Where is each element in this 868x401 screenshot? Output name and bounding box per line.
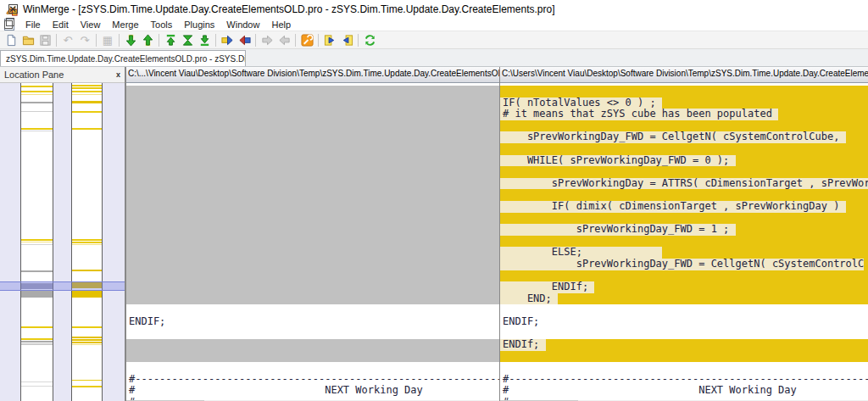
location-bar-right-file[interactable] <box>71 83 103 401</box>
code-line[interactable] <box>126 293 499 305</box>
menu-plugins[interactable]: Plugins <box>178 19 220 31</box>
code-line[interactable] <box>500 351 868 363</box>
code-line[interactable] <box>126 97 499 109</box>
code-line[interactable]: #---------------------------------------… <box>500 374 868 386</box>
code-line[interactable]: ENDIF; <box>500 316 868 328</box>
menu-edit[interactable]: Edit <box>47 19 75 31</box>
code-line[interactable]: sPrevWorkingDay_FWD = CellgetN( cSystemC… <box>500 131 868 143</box>
code-line[interactable]: #---------------------------------------… <box>126 374 499 386</box>
menu-view[interactable]: View <box>75 19 107 31</box>
last-difference-button[interactable] <box>196 32 213 47</box>
menu-tools[interactable]: Tools <box>145 19 179 31</box>
code-line[interactable] <box>126 304 499 316</box>
code-line[interactable] <box>126 259 499 270</box>
left-file-path-header[interactable]: C:\...\Vincent Viau\Desktop\Software Div… <box>126 67 499 83</box>
code-line[interactable] <box>500 236 868 248</box>
left-code-editor[interactable]: ENDIF;#---------------------------------… <box>126 83 499 401</box>
close-button[interactable]: ✕ <box>0 0 25 18</box>
copy-right-advance-button[interactable] <box>259 32 275 47</box>
code-line[interactable] <box>126 327 499 339</box>
copy-left-button[interactable] <box>236 32 253 47</box>
code-line[interactable] <box>126 213 499 225</box>
code-line[interactable]: sPrevWorkingDay = ATTRS( cDimensionTarge… <box>500 178 868 190</box>
code-line[interactable] <box>500 143 868 155</box>
save-button[interactable] <box>36 32 53 47</box>
code-line[interactable]: ENDIF; <box>126 316 499 328</box>
menu-window[interactable]: Window <box>220 19 265 31</box>
all-right-button[interactable] <box>321 32 338 47</box>
first-difference-button[interactable] <box>162 32 179 47</box>
code-line[interactable] <box>126 351 499 363</box>
code-line[interactable] <box>126 143 499 155</box>
code-line[interactable] <box>126 166 499 178</box>
code-line[interactable] <box>126 270 499 282</box>
code-line[interactable] <box>500 166 868 178</box>
right-file-path-header[interactable]: C:\Users\Vincent Viau\Desktop\Software D… <box>500 67 868 83</box>
diff-mark <box>21 91 53 92</box>
code-line[interactable] <box>126 224 499 236</box>
code-line[interactable]: sPrevWorkingDay_FWD = 1 ; <box>500 224 868 236</box>
code-line[interactable] <box>126 201 499 213</box>
open-folder-button[interactable] <box>19 32 36 47</box>
mdi-restore-button[interactable] <box>0 19 17 30</box>
menu-file[interactable]: File <box>19 19 47 31</box>
copy-right-button[interactable] <box>219 32 236 47</box>
code-line[interactable] <box>126 339 499 351</box>
diff-mark <box>72 85 102 86</box>
location-pane-close-icon[interactable]: x <box>116 70 120 79</box>
redo-button[interactable]: ↷ <box>76 32 93 47</box>
diff-mark <box>72 239 102 241</box>
tab-active-compare[interactable]: zSYS.Dim.Time.Update.Day.CreateElementsO… <box>0 50 246 66</box>
code-line[interactable] <box>126 247 499 259</box>
code-line[interactable] <box>500 327 868 339</box>
code-line[interactable]: sPrevWorkingDay_FWD = CellgetN( cSystemC… <box>500 259 868 270</box>
location-bar-left-file[interactable] <box>20 83 53 401</box>
code-line[interactable] <box>126 109 499 120</box>
diff-mark <box>21 86 53 87</box>
code-line[interactable]: END; <box>500 293 868 305</box>
options-button[interactable] <box>298 32 315 47</box>
code-line[interactable]: IF( nTotalValues <> 0 ) ; <box>500 97 868 109</box>
code-line[interactable] <box>500 120 868 132</box>
menu-help[interactable]: Help <box>265 19 297 31</box>
code-line[interactable] <box>126 155 499 167</box>
code-line[interactable]: WHILE( sPrevWorkingDay_FWD = 0 ); <box>500 155 868 167</box>
previous-difference-button[interactable] <box>139 32 156 47</box>
code-line[interactable]: # it means that zSYS cube has been popul… <box>500 109 868 120</box>
code-line[interactable] <box>126 362 499 374</box>
new-file-button[interactable] <box>3 32 19 47</box>
code-line[interactable]: ENDIf; <box>500 339 868 351</box>
toolbar-separator <box>56 34 57 47</box>
all-left-button[interactable] <box>338 32 355 47</box>
code-line[interactable] <box>126 281 499 293</box>
diff-mark <box>21 326 53 328</box>
code-line[interactable] <box>500 304 868 316</box>
code-line[interactable] <box>126 131 499 143</box>
next-difference-button[interactable] <box>122 32 139 47</box>
right-code-editor[interactable]: IF( nTotalValues <> 0 ) ; # it means tha… <box>500 83 868 401</box>
diff-mark <box>21 291 53 298</box>
code-line[interactable] <box>126 86 499 97</box>
code-line[interactable] <box>126 189 499 201</box>
code-line[interactable] <box>500 213 868 225</box>
code-line[interactable] <box>500 362 868 374</box>
undo-button[interactable]: ↶ <box>59 32 76 47</box>
code-line[interactable]: ENDIf; <box>500 281 868 293</box>
current-difference-button[interactable] <box>179 32 196 47</box>
rescan-grid-button[interactable]: ▦ <box>99 32 116 47</box>
menu-merge[interactable]: Merge <box>106 19 144 31</box>
location-view-indicator[interactable] <box>0 281 125 291</box>
code-line[interactable]: # NEXT Working Day <box>500 385 868 397</box>
code-line[interactable] <box>500 270 868 282</box>
code-line[interactable]: IF( dimix( cDimensionTarget , sPrevWorki… <box>500 201 868 213</box>
code-line[interactable] <box>126 120 499 132</box>
code-line[interactable] <box>500 189 868 201</box>
copy-left-advance-button[interactable] <box>275 32 292 47</box>
code-line[interactable] <box>500 86 868 97</box>
code-line[interactable]: ELSE; <box>500 247 868 259</box>
refresh-button[interactable] <box>361 32 378 47</box>
diff-mark <box>72 344 102 345</box>
code-line[interactable] <box>126 178 499 190</box>
code-line[interactable] <box>126 236 499 248</box>
code-line[interactable]: # NEXT Working Day <box>126 385 499 397</box>
